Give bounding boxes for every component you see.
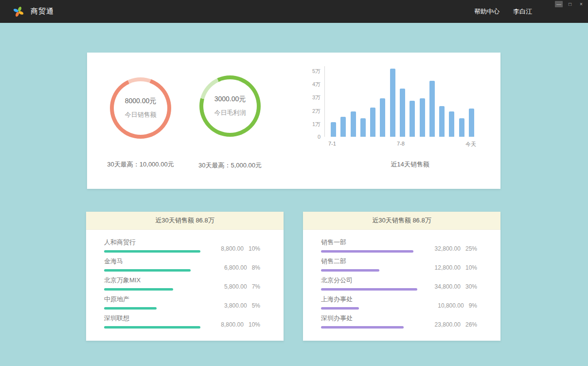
- list-item: 销售一部 32,800.0025%: [321, 235, 477, 254]
- sales-progress-bar: [321, 250, 413, 253]
- overview-card: 8000.00元 今日销售额 30天最高：10,000.00元 3000.00元…: [87, 53, 500, 189]
- window-controls: — □ ×: [555, 1, 585, 7]
- sales-bar: [340, 117, 346, 137]
- maximize-button[interactable]: □: [566, 1, 574, 7]
- list-item: 上海办事处 10,800.009%: [321, 292, 477, 311]
- list-item: 北京万象MIX 5,800.007%: [104, 273, 260, 292]
- sales-amount: 5,800.007%: [224, 283, 260, 291]
- department-name: 销售一部: [321, 238, 418, 247]
- sales-30day-max: 30天最高：10,000.00元: [94, 160, 187, 169]
- department-sales-list: 销售一部 32,800.0025% 销售二部 12,800.0010% 北京分公…: [303, 230, 500, 330]
- sales-amount: 34,800.0030%: [435, 283, 477, 291]
- sales-bar: [410, 101, 415, 137]
- today-profit-value: 3000.00元: [214, 95, 246, 104]
- y-tick: 1万: [312, 121, 321, 128]
- app-logo-pinwheel-icon: [13, 6, 24, 18]
- sales-amount: 32,800.0025%: [435, 245, 477, 253]
- department-name: 上海办事处: [321, 295, 418, 304]
- list-item: 北京分公司 34,800.0030%: [321, 273, 477, 292]
- sales-progress-bar: [104, 250, 200, 253]
- app-name: 商贸通: [31, 7, 54, 16]
- sales-bar: [449, 111, 454, 137]
- list-item: 金海马 6,800.008%: [104, 254, 260, 273]
- user-menu[interactable]: 李白江: [513, 7, 532, 16]
- today-sales-donut: 8000.00元 今日销售额: [110, 77, 171, 139]
- y-axis-ticks: 5万 4万 3万 2万 1万 0: [307, 68, 324, 140]
- sales-bar: [439, 106, 445, 137]
- sales-amount: 12,800.0010%: [435, 264, 477, 272]
- customer-name: 中原地产: [104, 295, 201, 304]
- sales-progress-bar: [321, 326, 404, 329]
- list-item: 人和商贸行 8,800.0010%: [104, 235, 260, 254]
- sales-14day-chart: 5万 4万 3万 2万 1万 0 7-1 7-8 今天: [307, 66, 477, 154]
- sales-bar: [351, 111, 356, 137]
- customer-name: 北京万象MIX: [104, 276, 201, 285]
- sales-amount: 23,800.0026%: [435, 321, 477, 329]
- sales-bar: [360, 118, 366, 137]
- department-name: 销售二部: [321, 257, 418, 266]
- sales-amount: 8,800.0010%: [221, 321, 260, 329]
- titlebar: 商贸通 帮助中心 李白江 — □ ×: [0, 0, 588, 23]
- department-card-title: 近30天销售额 86.8万: [303, 212, 500, 230]
- list-item: 销售二部 12,800.0010%: [321, 254, 477, 273]
- customer-card-title: 近30天销售额 86.8万: [86, 212, 284, 230]
- sales-amount: 6,800.008%: [224, 264, 260, 272]
- sales-amount: 3,800.005%: [224, 302, 260, 310]
- sales-bar: [420, 98, 425, 137]
- sales-progress-bar: [104, 269, 191, 272]
- close-button[interactable]: ×: [577, 1, 585, 7]
- list-item: 中原地产 3,800.005%: [104, 292, 260, 311]
- sales-bar: [331, 122, 336, 137]
- list-item: 深圳联想 8,800.0010%: [104, 311, 260, 330]
- x-label: 7-8: [397, 141, 405, 148]
- x-label: 7-1: [328, 141, 336, 148]
- today-sales-label: 今日销售额: [125, 110, 157, 119]
- sales-progress-bar: [104, 326, 200, 329]
- sales-bar: [429, 81, 435, 137]
- sales-progress-bar: [321, 269, 379, 272]
- sales-progress-bar: [321, 288, 417, 291]
- chart-caption: 近14天销售额: [335, 160, 485, 169]
- sales-bar: [469, 109, 474, 137]
- department-name: 北京分公司: [321, 276, 418, 285]
- sales-progress-bar: [104, 307, 157, 310]
- today-profit-donut: 3000.00元 今日毛利润: [199, 75, 261, 137]
- x-label: 今天: [465, 141, 476, 148]
- y-tick: 5万: [312, 68, 321, 75]
- customer-name: 金海马: [104, 257, 201, 266]
- profit-30day-max: 30天最高：5,000.00元: [184, 161, 276, 170]
- help-center-link[interactable]: 帮助中心: [474, 7, 499, 16]
- y-tick: 4万: [312, 81, 321, 88]
- titlebar-nav: 帮助中心 李白江: [474, 7, 532, 16]
- today-profit-label: 今日毛利润: [214, 109, 246, 117]
- x-axis-labels: 7-1 7-8 今天: [324, 141, 477, 148]
- sales-amount: 8,800.0010%: [221, 245, 260, 253]
- customer-name: 人和商贸行: [104, 238, 201, 247]
- sales-bar: [400, 89, 405, 137]
- y-tick: 0: [318, 134, 321, 140]
- customer-name: 深圳联想: [104, 314, 201, 323]
- bar-plot: [324, 66, 477, 137]
- sales-bar: [380, 98, 385, 137]
- sales-progress-bar: [104, 288, 173, 291]
- sales-progress-bar: [321, 307, 359, 310]
- sales-bar: [370, 108, 375, 137]
- customer-sales-list: 人和商贸行 8,800.0010% 金海马 6,800.008% 北京万象MIX: [86, 230, 284, 330]
- sales-amount: 10,800.009%: [438, 302, 477, 310]
- sales-bar: [459, 118, 464, 137]
- sales-bar: [390, 69, 395, 137]
- minimize-button[interactable]: —: [555, 1, 563, 7]
- y-tick: 2万: [312, 108, 321, 115]
- department-name: 深圳办事处: [321, 314, 418, 323]
- list-item: 深圳办事处 23,800.0026%: [321, 311, 477, 330]
- department-sales-card: 近30天销售额 86.8万 销售一部 32,800.0025% 销售二部 12,…: [303, 212, 500, 341]
- today-sales-value: 8000.00元: [125, 97, 157, 106]
- y-tick: 3万: [312, 94, 321, 101]
- customer-sales-card: 近30天销售额 86.8万 人和商贸行 8,800.0010% 金海马 6,80…: [86, 212, 284, 341]
